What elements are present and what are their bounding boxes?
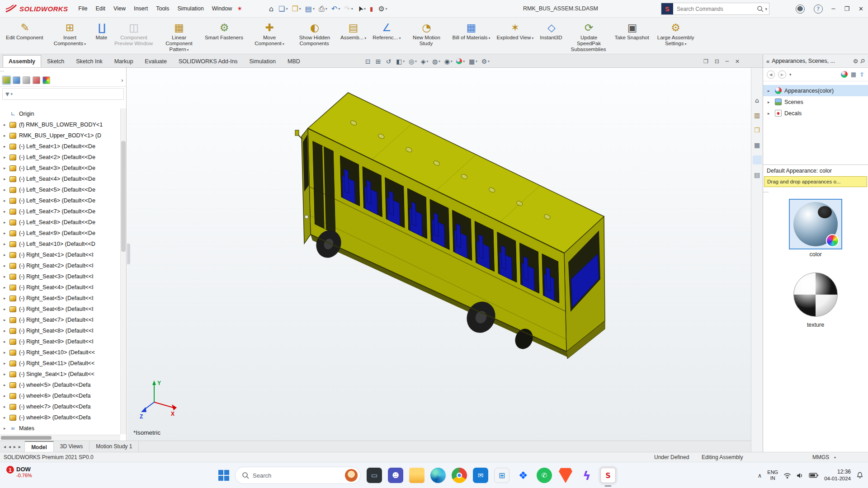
expander-icon[interactable]: ▸ xyxy=(4,339,9,344)
expander-icon[interactable]: ▸ xyxy=(4,177,9,181)
units-caret-icon[interactable]: ▴ xyxy=(834,452,836,462)
tab-last-icon[interactable]: ▸ xyxy=(18,444,22,449)
ribbon-button[interactable]: ◔ New Motion Study xyxy=(404,19,449,54)
view-settings-icon[interactable]: ⚙ ▾ xyxy=(481,58,490,65)
tab-prev-icon[interactable]: ◂ xyxy=(8,444,12,449)
search-icon[interactable] xyxy=(757,5,764,12)
scene-icon[interactable]: ▦ ▾ xyxy=(469,58,477,65)
command-tab[interactable]: MBD xyxy=(282,55,306,67)
tab-next-icon[interactable]: ▸ xyxy=(13,444,17,449)
expander-icon[interactable]: ▸ xyxy=(4,361,9,366)
expander-icon[interactable]: ▸ xyxy=(4,274,9,279)
ribbon-button[interactable]: ▤ Assemb...▾ xyxy=(337,19,369,54)
dropdown-caret-icon[interactable]: ▾ xyxy=(351,7,353,11)
appearance-thumbnail[interactable]: color xyxy=(789,199,842,258)
dropdown-caret-icon[interactable]: ▾ xyxy=(403,60,405,63)
tree-item[interactable]: ▸ ∞ Mates xyxy=(0,423,120,434)
expander-icon[interactable]: ▸ xyxy=(4,383,9,387)
taskpane-tree-item[interactable]: ▸ Scenes xyxy=(763,96,868,108)
tab-first-icon[interactable]: ◂ xyxy=(3,444,7,449)
open-folder-icon[interactable]: ❒ ▾ xyxy=(290,4,302,14)
display-manager-icon[interactable] xyxy=(42,76,50,84)
expander-icon[interactable]: ▸ xyxy=(4,372,9,376)
document-tab[interactable]: Model xyxy=(25,441,54,452)
feature-tree-icon[interactable] xyxy=(3,76,10,84)
document-tab[interactable]: Motion Study 1 xyxy=(90,441,139,452)
tree-item[interactable]: ▸ (-) Left_Seat<5> (Default<<De xyxy=(0,184,120,195)
taskbar-search[interactable]: Search xyxy=(235,467,361,484)
tree-vertical-scrollbar[interactable] xyxy=(120,108,126,434)
redo-icon[interactable]: ↷ ▾ xyxy=(343,4,354,14)
expander-icon[interactable]: ▸ xyxy=(4,285,9,290)
print-icon[interactable]: ⎙ ▾ xyxy=(317,4,329,14)
window-icon[interactable]: ▭ xyxy=(367,468,382,483)
ribbon-button[interactable]: ⚙ Smart Fasteners xyxy=(202,19,247,54)
menu-item[interactable]: File xyxy=(74,4,91,14)
gear-icon[interactable]: ⚙ xyxy=(853,58,859,65)
chrome-icon[interactable] xyxy=(452,468,467,483)
configuration-icon[interactable] xyxy=(23,76,30,84)
chevron-up-icon[interactable]: ∧ xyxy=(758,472,762,479)
menu-item[interactable]: Edit xyxy=(92,4,110,14)
language-indicator[interactable]: ENG IN xyxy=(767,469,778,481)
dropdown-caret-icon[interactable]: ▾ xyxy=(451,60,453,63)
filter-input[interactable] xyxy=(14,90,121,98)
expander-icon[interactable]: ▸ xyxy=(4,404,9,409)
grid-view-icon[interactable]: ▦ xyxy=(851,71,856,78)
expander-icon[interactable]: ▸ xyxy=(4,144,9,149)
expander-icon[interactable]: ▸ xyxy=(4,220,9,225)
select-cursor-icon[interactable]: ➤ ▾ xyxy=(356,4,367,14)
ribbon-button[interactable]: ▦ Bill of Materials▾ xyxy=(449,19,493,54)
tree-item[interactable]: ▸ (-) Left_Seat<10> (Default<<D xyxy=(0,239,120,249)
tree-item[interactable]: ▸ (-) wheel<7> (Default<<Defa xyxy=(0,401,120,412)
scrollbar-thumb[interactable] xyxy=(121,141,126,252)
strip-palette-icon[interactable]: ▦ xyxy=(753,141,762,150)
graphics-viewport[interactable]: Y X Z *Isometric xyxy=(127,68,751,441)
dropdown-caret-icon[interactable]: ▾ xyxy=(415,60,417,63)
strip-props-icon[interactable]: ▤ xyxy=(753,170,762,179)
pane-close-icon[interactable]: ✕ xyxy=(735,58,740,65)
tree-item[interactable]: ▸ (-) wheel<8> (Default<<Defa xyxy=(0,412,120,423)
wifi-icon[interactable] xyxy=(783,472,791,479)
zoom-fit-icon[interactable]: ⊡ xyxy=(365,58,372,65)
dimxpert-icon[interactable] xyxy=(33,76,40,84)
command-tab[interactable]: Evaluate xyxy=(139,55,173,67)
pane-minimize-icon[interactable]: ─ xyxy=(726,58,729,65)
menu-item[interactable]: Insert xyxy=(130,4,152,14)
command-tab[interactable]: Sketch xyxy=(41,55,70,67)
speaker-icon[interactable] xyxy=(797,472,803,479)
menu-item[interactable]: View xyxy=(109,4,130,14)
clock[interactable]: 12:36 04-01-2024 xyxy=(824,469,851,482)
status-units[interactable]: MMGS xyxy=(812,452,829,462)
annotation-icon[interactable]: ◎ ▾ xyxy=(409,58,417,65)
new-document-icon[interactable]: ❏ ▾ xyxy=(277,4,289,14)
expander-icon[interactable]: ▸ xyxy=(4,318,9,322)
ribbon-button[interactable]: ⚙ Large Assembly Settings▾ xyxy=(653,19,698,54)
command-tab[interactable]: Markup xyxy=(108,55,139,67)
ribbon-button[interactable]: ◇ Instant3D xyxy=(537,19,566,54)
filter-icon[interactable]: ▼ xyxy=(5,91,9,97)
solidworks-app-icon[interactable]: S xyxy=(600,468,616,483)
menu-item[interactable]: Tools xyxy=(152,4,173,14)
chevron-right-icon[interactable]: › xyxy=(121,77,123,84)
command-tab[interactable]: SOLIDWORKS Add-Ins xyxy=(173,55,244,67)
edge-icon[interactable] xyxy=(430,468,446,483)
filter-caret-icon[interactable]: ▾ xyxy=(10,92,13,96)
pane-float-icon[interactable]: ⊡ xyxy=(715,58,719,65)
hide-show-icon[interactable]: ◉ ▾ xyxy=(444,58,453,65)
gear-icon[interactable]: ⚙ ▾ xyxy=(377,4,388,14)
appearance-thumbnail[interactable]: texture xyxy=(789,269,842,328)
panel-splitter-handle[interactable] xyxy=(127,244,130,264)
zoom-area-icon[interactable]: ⊞ xyxy=(376,58,382,65)
orientation-icon[interactable]: ◈ ▾ xyxy=(421,58,428,65)
document-tab[interactable]: 3D Views xyxy=(54,441,90,452)
command-search-input[interactable] xyxy=(676,5,757,13)
expander-icon[interactable]: ▸ xyxy=(4,426,9,431)
expander-icon[interactable]: ▸ xyxy=(4,296,9,300)
tree-item[interactable]: ▸ (-) Left_Seat<8> (Default<<De xyxy=(0,217,120,228)
ribbon-button[interactable]: ▦ Linear Component Pattern▾ xyxy=(156,19,202,54)
property-manager-icon[interactable] xyxy=(13,76,20,84)
strip-home-icon[interactable]: ⌂ xyxy=(753,96,762,105)
back-icon[interactable]: ◂ xyxy=(767,70,775,79)
account-icon[interactable]: ☻ xyxy=(796,5,805,14)
